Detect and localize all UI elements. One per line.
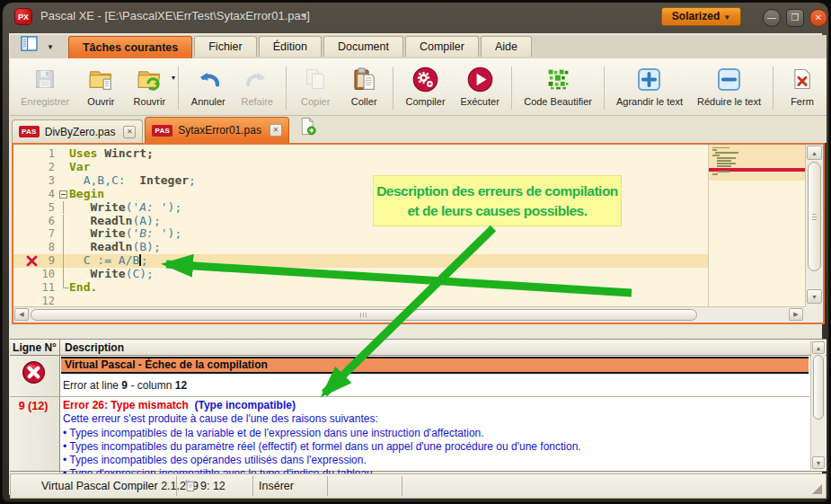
toolbar-button-label: Enregistrer (21, 96, 69, 107)
fold-guide-line (63, 227, 64, 241)
toolbar-button-enregistrer: Enregistrer (14, 61, 75, 115)
code-token: A,B,C: (69, 173, 126, 187)
compiler-version-label: Virtual Pascal Compiler 2.1.279 (41, 480, 199, 492)
minimap-line (717, 160, 731, 162)
dropdown-caret-icon[interactable]: ▼ (170, 75, 176, 81)
code-token: ); (168, 226, 182, 240)
menu-tab-aide[interactable]: Aide (481, 36, 532, 57)
scroll-down-icon[interactable]: ▼ (812, 456, 825, 469)
menu-tab-fichier[interactable]: Fichier (194, 36, 257, 57)
vertical-scroll-thumb[interactable] (813, 355, 824, 420)
code-token (126, 173, 140, 187)
code-text: Readln(A); (69, 215, 161, 228)
error-line-reference[interactable]: 9 (12) (10, 400, 57, 412)
toolbar-button-rouvrir[interactable]: ▼Rouvrir (126, 61, 172, 115)
resize-grip[interactable] (812, 484, 822, 494)
copy-icon (303, 64, 328, 94)
fold-collapse-icon[interactable] (59, 190, 67, 199)
toolbar-button-label: Ouvrir (87, 96, 114, 107)
code-text: End. (69, 281, 97, 295)
code-line-7[interactable]: 7 Write('B: '); (13, 227, 708, 241)
scroll-up-icon[interactable]: ▲ (807, 146, 822, 160)
toolbar-button-label: Agrandir le text (616, 96, 683, 107)
toolbar-button-agrandir-le-text[interactable]: Agrandir le text (610, 61, 689, 115)
menu-tab-t-ches-courantes[interactable]: Tâches courantes (68, 36, 192, 58)
code-line-1[interactable]: 1Uses Wincrt; (13, 147, 708, 161)
new-document-icon[interactable] (298, 117, 317, 139)
code-token: Write (90, 226, 125, 240)
close-button[interactable]: ✕ (809, 9, 827, 27)
layout-dropdown-caret-icon[interactable]: ▼ (47, 43, 54, 51)
code-line-10[interactable]: 10 Write(C); (13, 268, 708, 281)
toolbar-button-label: Exécuter (460, 96, 499, 107)
layout-selector-icon[interactable] (21, 36, 38, 55)
code-line-9[interactable]: 9 C := A/B; (13, 254, 708, 268)
code-text: Uses Wincrt; (69, 147, 154, 161)
error-icon (22, 360, 46, 387)
code-editor[interactable]: 1Uses Wincrt;2Var3 A,B,C: Integer;4Begin… (12, 143, 825, 324)
toolbar-button-ferm[interactable]: Ferm (779, 61, 826, 115)
scroll-left-icon[interactable]: ◀ (14, 308, 29, 321)
code-text: A,B,C: Integer; (69, 174, 196, 188)
close-tab-icon[interactable]: ✕ (123, 126, 136, 138)
editor-horizontal-scrollbar[interactable]: ◀ ▶ (13, 306, 805, 323)
pas-file-icon: PAS (19, 126, 40, 137)
error-location-text[interactable]: Error at line 9 - column 12 (63, 379, 187, 392)
panel-vertical-scrollbar[interactable]: ▲ ▼ (810, 340, 826, 470)
code-token: ); (168, 200, 182, 214)
code-line-2[interactable]: 2Var (13, 161, 708, 174)
maximize-button[interactable]: ❒ (786, 9, 804, 27)
code-text: Var (69, 161, 90, 174)
file-tab-sytaxerror01-pas[interactable]: PASSytaxError01.pas✕ (145, 117, 288, 143)
code-line-11[interactable]: 11End. (13, 281, 708, 295)
toolbar-button-compiler[interactable]: Compiler (399, 61, 452, 115)
fold-end-marker (63, 281, 69, 288)
menu-tab-document[interactable]: Document (323, 36, 403, 57)
code-line-12[interactable]: 12 (13, 295, 708, 306)
file-tab-divbyzero-pas[interactable]: PASDivByZero.pas✕ (12, 119, 143, 143)
code-text: Begin (69, 188, 104, 201)
fold-guide-line (63, 215, 64, 228)
code-text: Write(C); (69, 268, 154, 281)
menu-tab-dition[interactable]: Édition (259, 36, 322, 57)
code-token (69, 267, 90, 280)
minimap-line (717, 157, 736, 159)
code-minimap[interactable] (708, 145, 805, 306)
fold-guide-line (63, 201, 64, 215)
code-line-8[interactable]: 8 Readln(B); (13, 241, 708, 254)
vertical-scroll-thumb[interactable] (808, 162, 821, 271)
toolbar-button-ouvrir[interactable]: Ouvrir (77, 61, 124, 115)
line-number: 7 (13, 227, 55, 241)
toolbar-button-annuler[interactable]: Annuler (184, 61, 232, 115)
title-dropdown-caret-icon[interactable]: ▼ (301, 12, 308, 20)
file-tab-label: SytaxError01.pas (178, 124, 261, 137)
code-token: Readln (90, 214, 132, 227)
app-window: PX Pascal XE - [E:\PascalXE\ErrTest\Syta… (0, 0, 831, 504)
scroll-down-icon[interactable]: ▼ (807, 289, 822, 304)
toolbar-separator (773, 66, 774, 110)
minimap-line (712, 173, 718, 175)
editor-vertical-scrollbar[interactable]: ▲ ▼ (805, 145, 823, 306)
code-token: Readln (90, 240, 132, 253)
scroll-right-icon[interactable]: ▶ (789, 308, 803, 321)
fold-guide-line (63, 241, 64, 254)
toolbar-button-label: Ferm (791, 96, 814, 107)
beautifier-icon (545, 64, 571, 94)
close-editor-icon (790, 64, 815, 94)
minimize-button[interactable]: — (763, 9, 781, 27)
horizontal-scroll-thumb[interactable] (31, 309, 697, 321)
code-token: Write (90, 267, 125, 280)
compilation-failure-banner[interactable]: Virtual Pascal - Échec de la compilation (61, 357, 809, 374)
close-tab-icon[interactable]: ✕ (270, 124, 282, 137)
scroll-up-icon[interactable]: ▲ (812, 341, 825, 354)
menu-tab-compiler[interactable]: Compiler (405, 36, 479, 57)
theme-selector-button[interactable]: Solarized▼ (661, 7, 741, 26)
toolbar-button-r-duire-le-text[interactable]: Réduire le text (691, 61, 767, 115)
error-description[interactable]: Error 26: Type mismatch (Type incompatib… (63, 399, 800, 482)
toolbar-button-coller[interactable]: Coller (340, 61, 387, 115)
reopen-folder-icon (136, 64, 163, 94)
toolbar-button-code-beautifier[interactable]: Code Beautifier (517, 61, 598, 115)
code-token: C := A/B (69, 253, 139, 267)
code-text: Readln(B); (69, 241, 161, 254)
toolbar-button-ex-cuter[interactable]: Exécuter (454, 61, 506, 115)
